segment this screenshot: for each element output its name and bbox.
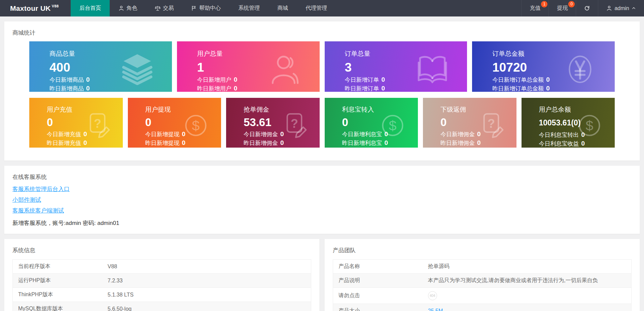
online-service-panel: 在线客服系统 客服系统管理后台入口 小部件测试 客服系统客户端测试 新增客服系统…	[4, 165, 640, 234]
stat-line-value: 0	[86, 85, 90, 92]
recharge-button[interactable]: 充值 1	[521, 0, 548, 16]
nav-item-mall[interactable]: 商城	[269, 0, 297, 16]
refresh-button[interactable]	[576, 0, 598, 16]
recharge-badge: 1	[541, 1, 547, 7]
row-label: 产品大小	[333, 304, 423, 311]
question-edit-icon: ?	[84, 111, 111, 139]
nav-item-transactions[interactable]: 交易	[146, 0, 182, 16]
brand-name: Maxtour UK	[10, 4, 51, 12]
product-team-panel: 产品团队 产品名称 抢单源码 产品说明 本产品只为学习测试交流,请勿要做商业或者…	[324, 239, 640, 311]
mall-stats-panel: 商城统计 商品总量 400 今日新增商品0 昨日新增商品0 用户总量 1	[4, 21, 640, 161]
table-row: 运行PHP版本 7.2.33	[13, 274, 311, 288]
product-size-link[interactable]: 25.5M	[428, 308, 443, 311]
stat-card-order-amount: 订单总金额 10720 今日新增订单总金额0 昨日新增订单总金额0	[472, 41, 615, 92]
stat-line-label: 昨日新增订单总金额	[492, 85, 544, 92]
nav-item-agent-admin[interactable]: 代理管理	[297, 0, 336, 16]
stat-line-label: 今日利息宝收益	[539, 141, 579, 147]
stat-card-user-recharge: 用户充值 0 今日新增充值0 昨日新增充值0 ?	[29, 98, 123, 148]
main-menu: 后台首页 角色 交易 帮助中心 系统管理 商城 代理管理	[71, 0, 336, 16]
stat-line-label: 今日新增充值	[47, 131, 81, 138]
nav-item-dashboard[interactable]: 后台首页	[71, 0, 110, 16]
nav-label: 角色	[127, 5, 137, 12]
stat-line-label: 昨日新增利息宝	[342, 140, 382, 146]
layers-icon	[120, 52, 154, 86]
stat-line-label: 昨日新增订单	[345, 85, 379, 92]
stat-card-users: 用户总量 1 今日新增用户0 昨日新增用户0	[177, 41, 320, 92]
stat-yesterday-line: 昨日新增提现0	[145, 139, 221, 147]
stat-line-value: 0	[86, 76, 90, 83]
dollar-circle-icon: $	[379, 111, 406, 139]
flag-icon	[191, 5, 197, 11]
nav-label: 帮助中心	[199, 5, 221, 12]
service-client-test-link[interactable]: 客服系统客户端测试	[12, 207, 64, 215]
stat-line-value: 0	[280, 139, 284, 146]
svg-text:$: $	[586, 118, 594, 133]
stat-line-label: 昨日新增充值	[47, 140, 81, 146]
nav-label: 商城	[277, 5, 288, 12]
brand-version: V88	[52, 4, 59, 8]
page-body: 商城统计 商品总量 400 今日新增商品0 昨日新增商品0 用户总量 1	[0, 16, 644, 311]
svg-text:?: ?	[94, 117, 101, 130]
nav-label: 后台首页	[79, 5, 101, 12]
service-admin-link[interactable]: 客服系统管理后台入口	[12, 185, 70, 193]
row-label: MySQL数据库版本	[13, 302, 102, 311]
stat-line-label: 今日新增佣金	[244, 131, 278, 138]
widget-test-link[interactable]: 小部件测试	[12, 196, 41, 204]
yen-circle-icon	[563, 52, 597, 86]
nav-item-help-center[interactable]: 帮助中心	[182, 0, 229, 16]
table-row: 产品名称 抢单源码	[333, 260, 631, 274]
open-book-icon	[415, 52, 450, 86]
row-label: ThinkPHP版本	[13, 288, 102, 302]
table-row: ThinkPHP版本 5.1.38 LTS	[13, 288, 311, 302]
stat-cards-row-2: 用户充值 0 今日新增充值0 昨日新增充值0 ? 用户提现 0 今日新增提现0 …	[29, 98, 615, 148]
broken-image-icon: 404	[428, 291, 437, 300]
user-menu[interactable]: admin	[598, 0, 644, 16]
refresh-icon	[584, 5, 590, 11]
stat-line-label: 昨日新增商品	[49, 85, 84, 92]
row-value: 7.2.33	[102, 274, 311, 287]
stat-line-value: 0	[83, 139, 87, 146]
section-title-system-info: 系统信息	[12, 246, 311, 254]
stat-line-label: 今日利息宝转出	[539, 132, 579, 138]
system-info-table: 当前程序版本 V88 运行PHP版本 7.2.33 ThinkPHP版本 5.1…	[12, 259, 311, 311]
row-label: 当前程序版本	[13, 260, 102, 273]
stat-line-label: 今日新增订单	[345, 77, 379, 83]
stat-line-label: 今日新增佣金	[440, 131, 475, 138]
row-label: 产品名称	[333, 260, 423, 273]
stat-line-value: 0	[234, 76, 238, 83]
nav-item-system-admin[interactable]: 系统管理	[229, 0, 269, 16]
stat-line-label: 今日新增用户	[197, 77, 231, 83]
user-icon	[118, 5, 124, 11]
row-value: 25.5M	[423, 305, 631, 311]
recharge-label: 充值	[530, 5, 540, 12]
stat-card-orders: 订单总量 3 今日新增订单0 昨日新增订单0	[325, 41, 467, 92]
table-row: MySQL数据库版本 5.6.50-log	[13, 302, 311, 311]
stat-line-value: 0	[382, 76, 385, 83]
stat-card-sub-rebate: 下级返佣 0 今日新增佣金0 昨日新增佣金0 ?	[423, 98, 516, 148]
table-row: 产品说明 本产品只为学习测试交流,请勿要做商业或者用于违法行为,一切后果自负	[333, 274, 631, 288]
stat-line-label: 今日新增提现	[145, 131, 180, 138]
stat-line-label: 今日新增利息宝	[342, 131, 382, 138]
scales-icon	[155, 5, 160, 11]
row-value: 5.1.38 LTS	[102, 288, 311, 301]
nav-item-roles[interactable]: 角色	[110, 0, 146, 16]
row-label: 请勿点击	[333, 289, 423, 303]
question-edit-icon: ?	[477, 111, 505, 139]
stat-card-interest-in: 利息宝转入 0 今日新增利息宝0 昨日新增利息宝0 $	[325, 98, 418, 148]
stat-line-value: 0	[581, 140, 585, 147]
brand-logo[interactable]: Maxtour UK V88	[0, 0, 71, 16]
stat-line-value: 0	[385, 139, 388, 146]
nav-label: 交易	[163, 5, 174, 12]
svg-text:$: $	[389, 118, 397, 133]
stat-yesterday-line: 昨日新增佣金0	[244, 139, 320, 147]
svg-text:?: ?	[487, 117, 495, 130]
row-label: 产品说明	[333, 274, 423, 287]
question-edit-icon: ?	[281, 111, 308, 139]
row-value: V88	[102, 260, 311, 273]
section-title-online-service: 在线客服系统	[12, 173, 632, 181]
service-links: 客服系统管理后台入口 小部件测试 客服系统客户端测试	[12, 185, 632, 215]
section-title-mall-stats: 商城统计	[12, 29, 632, 37]
user-icon	[268, 52, 302, 86]
stat-line-label: 今日新增商品	[49, 77, 84, 83]
withdraw-button[interactable]: 提现 0	[548, 0, 576, 16]
